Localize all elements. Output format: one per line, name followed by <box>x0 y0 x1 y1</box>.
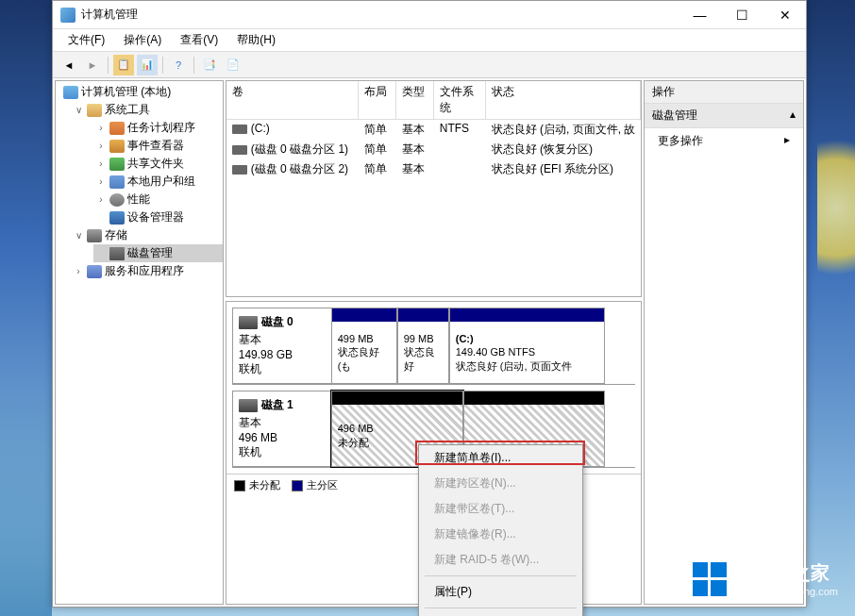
tree-item[interactable]: ›本地用户和组 <box>93 173 223 191</box>
partition[interactable]: 99 MB状态良好 <box>397 308 449 384</box>
forward-button[interactable]: ► <box>82 55 103 75</box>
watermark-url: www.win10xitong.com <box>736 586 838 597</box>
volume-list: 卷 布局 类型 文件系统 状态 (C:)简单基本NTFS状态良好 (启动, 页面… <box>226 80 643 297</box>
expand-icon[interactable]: › <box>95 194 107 205</box>
expand-icon[interactable]: › <box>95 141 107 151</box>
tree-label: 系统工具 <box>105 102 150 118</box>
menu-view[interactable]: 查看(V) <box>171 29 227 51</box>
tree-label: 磁盘管理 <box>127 245 173 261</box>
tree-storage[interactable]: ∨ 存储 <box>71 226 223 244</box>
tree-label: 性能 <box>127 191 150 208</box>
minimize-button[interactable]: — <box>679 1 721 28</box>
chevron-up-icon: ▴ <box>790 108 796 124</box>
volume-icon <box>232 145 247 155</box>
menu-separator <box>425 608 577 608</box>
disk-icon <box>239 316 258 329</box>
back-button[interactable]: ◄ <box>59 55 79 75</box>
titlebar: 计算机管理 — ☐ ✕ <box>53 1 806 29</box>
context-menu-item: 新建跨区卷(N)... <box>419 471 582 496</box>
volume-row[interactable]: (磁盘 0 磁盘分区 2)简单基本状态良好 (EFI 系统分区) <box>226 159 642 179</box>
tree-label: 本地用户和组 <box>127 174 195 190</box>
share-icon <box>109 158 125 171</box>
disk-icon <box>239 399 258 412</box>
windows-logo-icon <box>693 562 727 596</box>
tree-item[interactable]: ›性能 <box>93 191 223 208</box>
maximize-button[interactable]: ☐ <box>721 1 763 28</box>
expand-icon[interactable]: › <box>95 176 107 187</box>
volume-row[interactable]: (磁盘 0 磁盘分区 1)简单基本状态良好 (恢复分区) <box>226 140 642 159</box>
volume-row[interactable]: (C:)简单基本NTFS状态良好 (启动, 页面文件, 故 <box>226 120 642 140</box>
tool-icon[interactable]: 📋 <box>113 55 134 75</box>
partition[interactable]: 499 MB状态良好 (も <box>331 308 397 384</box>
tree-label: 计算机管理 (本地) <box>81 84 171 100</box>
expand-icon[interactable]: ∨ <box>73 105 84 115</box>
services-icon <box>87 265 102 278</box>
tree-services[interactable]: › 服务和应用程序 <box>71 262 223 280</box>
col-status[interactable]: 状态 <box>486 81 642 119</box>
actions-header: 操作 <box>645 81 803 104</box>
legend-label: 未分配 <box>249 478 280 492</box>
tree-label: 事件查看器 <box>127 138 184 154</box>
watermark-title: Win10之家 <box>736 560 838 586</box>
disk-row: 磁盘 0基本149.98 GB联机499 MB状态良好 (も99 MB状态良好(… <box>232 308 636 385</box>
tools-icon <box>87 104 102 117</box>
tool-icon[interactable]: 📄 <box>223 55 243 75</box>
tree-item[interactable]: ›事件查看器 <box>93 137 223 155</box>
more-actions[interactable]: 更多操作▸ <box>645 128 803 154</box>
actions-section[interactable]: 磁盘管理▴ <box>645 104 803 128</box>
perf-icon <box>109 193 125 207</box>
menu-action[interactable]: 操作(A) <box>114 29 171 51</box>
disk-info[interactable]: 磁盘 1基本496 MB联机 <box>232 391 331 467</box>
menu-help[interactable]: 帮助(H) <box>227 29 285 51</box>
partition-header <box>450 308 604 322</box>
col-filesystem[interactable]: 文件系统 <box>434 81 486 119</box>
tree-system-tools[interactable]: ∨ 系统工具 <box>71 101 223 119</box>
partition-header <box>464 391 604 405</box>
close-button[interactable]: ✕ <box>763 1 806 28</box>
watermark: Win10之家 www.win10xitong.com <box>693 560 838 597</box>
context-menu-item: 新建带区卷(T)... <box>419 496 582 522</box>
navigation-tree: 计算机管理 (本地) ∨ 系统工具 ›任务计划程序 ›事件查看器 ›共享文件夹 … <box>55 80 224 605</box>
background-decor <box>817 113 855 302</box>
separator <box>193 57 194 74</box>
toolbar: ◄ ► 📋 📊 ? 📑 📄 <box>53 52 806 78</box>
action-label: 更多操作 <box>658 133 703 149</box>
col-layout[interactable]: 布局 <box>359 81 396 119</box>
tree-root[interactable]: 计算机管理 (本地) <box>61 83 223 101</box>
context-menu-item[interactable]: 属性(P) <box>419 579 582 605</box>
tree-item[interactable]: ›任务计划程序 <box>93 119 223 137</box>
expand-icon[interactable]: › <box>95 158 107 169</box>
help-icon[interactable]: ? <box>168 55 189 75</box>
event-icon <box>109 140 125 153</box>
expand-icon[interactable]: › <box>73 266 84 276</box>
tree-label: 共享文件夹 <box>127 156 184 172</box>
volume-icon <box>232 125 247 134</box>
disk-info[interactable]: 磁盘 0基本149.98 GB联机 <box>232 308 331 384</box>
tool-icon[interactable]: 📊 <box>137 55 158 75</box>
tree-disk-management[interactable]: 磁盘管理 <box>93 244 223 262</box>
col-type[interactable]: 类型 <box>396 81 434 119</box>
computer-icon <box>63 86 78 99</box>
expand-icon[interactable]: ∨ <box>73 230 84 241</box>
tree-label: 任务计划程序 <box>127 120 195 136</box>
tree-label: 服务和应用程序 <box>105 263 184 279</box>
storage-icon <box>87 229 102 242</box>
separator <box>162 57 163 74</box>
tree-item[interactable]: 设备管理器 <box>93 208 223 226</box>
context-menu-item[interactable]: 帮助(H) <box>419 611 582 616</box>
menubar: 文件(F) 操作(A) 查看(V) 帮助(H) <box>53 29 806 52</box>
menu-file[interactable]: 文件(F) <box>59 29 114 51</box>
background-decor <box>0 352 52 616</box>
partition[interactable]: (C:)149.40 GB NTFS状态良好 (启动, 页面文件 <box>449 308 605 384</box>
expand-icon[interactable]: › <box>95 123 107 133</box>
partition-header <box>332 391 462 405</box>
tree-item[interactable]: ›共享文件夹 <box>93 155 223 173</box>
legend-primary: 主分区 <box>292 478 338 492</box>
tool-icon[interactable]: 📑 <box>199 55 220 75</box>
col-volume[interactable]: 卷 <box>226 81 359 119</box>
context-menu-item[interactable]: 新建简单卷(I)... <box>419 445 582 471</box>
scheduler-icon <box>109 122 125 135</box>
chevron-right-icon: ▸ <box>784 133 790 149</box>
users-icon <box>109 175 125 189</box>
tree-label: 存储 <box>105 227 127 243</box>
